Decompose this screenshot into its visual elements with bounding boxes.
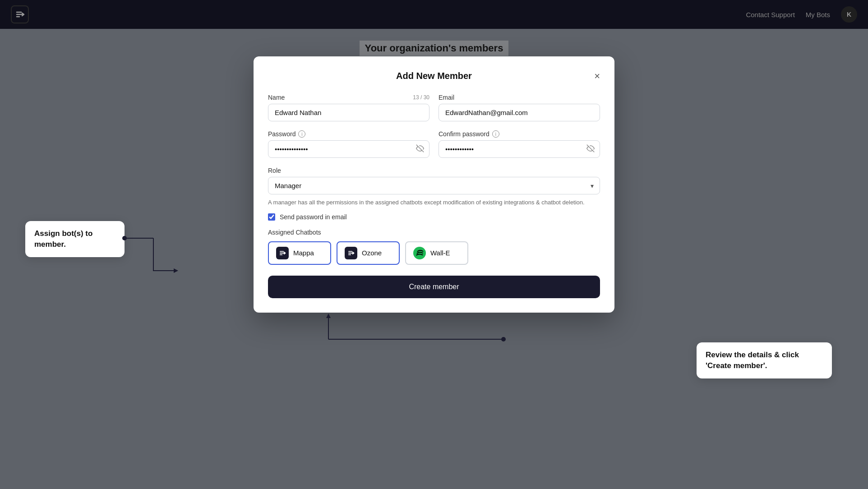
password-info-icon: i bbox=[298, 130, 305, 138]
mappa-label: Mappa bbox=[293, 249, 314, 257]
name-group: Name 13 / 30 bbox=[268, 94, 429, 121]
password-group: Password i bbox=[268, 130, 429, 158]
ozone-label: Ozone bbox=[362, 249, 382, 257]
role-label: Role bbox=[268, 167, 600, 174]
role-select[interactable]: Manager Admin Viewer bbox=[268, 177, 600, 194]
mappa-icon bbox=[276, 247, 289, 259]
chatbot-ozone[interactable]: Ozone bbox=[337, 241, 400, 265]
confirm-password-input-wrapper bbox=[439, 140, 600, 158]
password-label: Password i bbox=[268, 130, 429, 138]
modal-header: Add New Member × bbox=[268, 71, 600, 81]
chatbot-wall-e[interactable]: Wall-E bbox=[405, 241, 468, 265]
name-label: Name 13 / 30 bbox=[268, 94, 429, 101]
password-eye-icon[interactable] bbox=[416, 144, 424, 154]
modal-title: Add New Member bbox=[396, 71, 472, 81]
confirm-password-input[interactable] bbox=[439, 140, 600, 158]
ozone-icon bbox=[345, 247, 357, 259]
role-description: A manager has all the permissions in the… bbox=[268, 198, 600, 207]
email-input[interactable] bbox=[439, 104, 600, 121]
role-select-wrapper: Manager Admin Viewer ▾ bbox=[268, 177, 600, 194]
email-label: Email bbox=[439, 94, 600, 101]
chatbot-mappa[interactable]: Mappa bbox=[268, 241, 331, 265]
name-email-row: Name 13 / 30 Email bbox=[268, 94, 600, 121]
send-password-row: Send password in email bbox=[268, 213, 600, 221]
name-input[interactable] bbox=[268, 104, 429, 121]
confirm-password-eye-icon[interactable] bbox=[586, 144, 595, 154]
password-input[interactable] bbox=[268, 140, 429, 158]
email-group: Email bbox=[439, 94, 600, 121]
modal-close-button[interactable]: × bbox=[594, 71, 600, 81]
wall-e-label: Wall-E bbox=[430, 249, 450, 257]
name-counter: 13 / 30 bbox=[413, 94, 429, 101]
role-group: Role Manager Admin Viewer ▾ A manager ha… bbox=[268, 167, 600, 207]
assigned-chatbots-label: Assigned Chatbots bbox=[268, 229, 600, 236]
assign-bots-tooltip: Assign bot(s) to member. bbox=[25, 221, 125, 257]
review-details-tooltip: Review the details & click 'Create membe… bbox=[697, 342, 832, 378]
chatbots-row: Mappa Ozone Wall-E bbox=[268, 241, 600, 265]
svg-point-2 bbox=[413, 247, 426, 259]
confirm-password-info-icon: i bbox=[492, 130, 499, 138]
add-member-modal: Add New Member × Name 13 / 30 Email Pass… bbox=[254, 56, 614, 313]
wall-e-icon bbox=[413, 247, 426, 259]
password-row: Password i Confirm password i bbox=[268, 130, 600, 158]
create-member-button[interactable]: Create member bbox=[268, 276, 600, 298]
password-input-wrapper bbox=[268, 140, 429, 158]
send-password-label: Send password in email bbox=[280, 213, 347, 221]
confirm-password-label: Confirm password i bbox=[439, 130, 600, 138]
send-password-checkbox[interactable] bbox=[268, 213, 275, 221]
confirm-password-group: Confirm password i bbox=[439, 130, 600, 158]
